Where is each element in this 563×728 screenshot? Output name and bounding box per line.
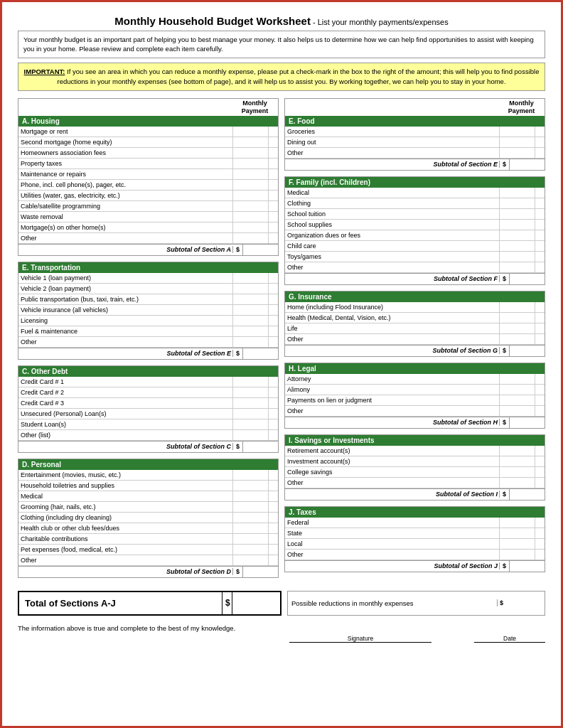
section-f: F. Family (incl. Children) Medical Cloth…: [284, 176, 545, 285]
table-row: Phone, incl. cell phone(s), pager, etc.: [18, 180, 278, 191]
table-row: Grooming (hair, nails, etc.): [18, 502, 278, 513]
section-j: J. Taxes Federal State Local Other Subto…: [284, 506, 545, 572]
table-row: Clothing (including dry cleaning): [18, 513, 278, 523]
section-a: Monthly Payment A. Housing Mortgage or r…: [18, 98, 279, 256]
section-h-header: H. Legal: [285, 363, 545, 374]
table-row: Vehicle 2 (loan payment): [18, 284, 278, 294]
section-food-rows: Groceries Dining out Other: [285, 127, 545, 159]
table-row: Dining out: [285, 137, 545, 148]
table-row: Credit Card # 1: [18, 377, 278, 387]
table-row: Charitable contributions: [18, 534, 278, 545]
section-h-rows: Attorney Alimony Payments on lien or jud…: [285, 374, 545, 417]
table-row: Unsecured (Personal) Loan(s): [18, 409, 278, 419]
subtotal-a: Subtotal of Section A $: [18, 244, 278, 255]
table-row: Medical: [18, 491, 278, 502]
table-row: Household toiletries and supplies: [18, 481, 278, 491]
table-row: Organization dues or fees: [285, 230, 545, 241]
section-j-header: J. Taxes: [285, 507, 545, 518]
subtotal-c: Subtotal of Section C $: [18, 441, 278, 452]
table-row: Other: [285, 478, 545, 488]
table-row: Pet expenses (food, medical, etc.): [18, 545, 278, 555]
page-title: Monthly Household Budget Worksheet - Lis…: [18, 15, 545, 27]
table-row: Life: [285, 323, 545, 334]
section-g-header: G. Insurance: [285, 291, 545, 302]
table-row: Other: [285, 148, 545, 159]
table-row: Cable/satellite programming: [18, 201, 278, 212]
subtotal-food: Subtotal of Section E $: [285, 159, 545, 170]
section-transport: E. Transportation Vehicle 1 (loan paymen…: [18, 262, 279, 360]
table-row: Mortgage(s) on other home(s): [18, 223, 278, 233]
table-row: Clothing: [285, 198, 545, 209]
table-row: Toys/games: [285, 252, 545, 262]
section-a-rows: Mortgage or rent Second mortgage (home e…: [18, 127, 278, 244]
important-box: IMPORTANT: If you see an area in which y…: [18, 63, 545, 92]
table-row: Vehicle insurance (all vehicles): [18, 305, 278, 316]
table-row: Child care: [285, 241, 545, 252]
section-j-rows: Federal State Local Other: [285, 518, 545, 560]
table-row: Investment account(s): [285, 456, 545, 467]
table-row: Student Loan(s): [18, 419, 278, 430]
intro-box: Your monthly budget is an important part…: [18, 31, 545, 58]
section-d-rows: Entertainment (movies, music, etc.) Hous…: [18, 470, 278, 566]
table-row: Utilities (water, gas, electricity, etc.…: [18, 191, 278, 201]
table-row: Alimony: [285, 385, 545, 395]
table-row: Credit Card # 3: [18, 398, 278, 409]
section-food-header: E. Food: [285, 116, 545, 127]
table-row: Other: [18, 555, 278, 566]
table-row: Federal: [285, 518, 545, 528]
table-row: Other: [285, 262, 545, 273]
date-line[interactable]: Date: [474, 635, 545, 643]
signature-area: The information above is true and comple…: [18, 624, 545, 643]
table-row: School tuition: [285, 209, 545, 220]
table-row: Fuel & maintenance: [18, 326, 278, 337]
section-i-rows: Retirement account(s) Investment account…: [285, 446, 545, 488]
table-row: Entertainment (movies, music, etc.): [18, 470, 278, 481]
section-i-header: I. Savings or Investments: [285, 435, 545, 446]
subtotal-j: Subtotal of Section J $: [285, 560, 545, 572]
section-c-header: C. Other Debt: [18, 366, 278, 377]
section-a-header: A. Housing: [18, 116, 278, 127]
signature-statement: The information above is true and comple…: [18, 624, 235, 632]
table-row: Other (list): [18, 430, 278, 441]
table-row: Groceries: [285, 127, 545, 137]
section-c: C. Other Debt Credit Card # 1 Credit Car…: [18, 365, 279, 453]
table-row: State: [285, 528, 545, 539]
table-row: Health club or other club fees/dues: [18, 523, 278, 534]
section-i: I. Savings or Investments Retirement acc…: [284, 434, 545, 500]
table-row: Other: [285, 334, 545, 345]
section-d-header: D. Personal: [18, 459, 278, 470]
table-row: Other: [18, 337, 278, 348]
section-food: Monthly Payment E. Food Groceries Dining…: [284, 98, 545, 171]
table-row: Local: [285, 539, 545, 550]
table-row: Mortgage or rent: [18, 127, 278, 137]
section-f-header: F. Family (incl. Children): [285, 177, 545, 188]
table-row: Other: [18, 233, 278, 244]
table-row: School supplies: [285, 220, 545, 230]
section-h: H. Legal Attorney Alimony Payments on li…: [284, 363, 545, 429]
table-row: Homeowners association fees: [18, 148, 278, 159]
table-row: Vehicle 1 (loan payment): [18, 273, 278, 284]
table-row: Retirement account(s): [285, 446, 545, 456]
table-row: Home (including Flood Insurance): [285, 302, 545, 313]
section-g: G. Insurance Home (including Flood Insur…: [284, 291, 545, 357]
table-row: Waste removal: [18, 212, 278, 223]
table-row: College savings: [285, 467, 545, 478]
table-row: Public transportation (bus, taxi, train,…: [18, 294, 278, 305]
table-row: Second mortgage (home equity): [18, 137, 278, 148]
possible-reductions-box: Possible reductions in monthly expenses …: [287, 591, 545, 616]
signature-line[interactable]: Signature: [289, 635, 431, 643]
section-g-rows: Home (including Flood Insurance) Health …: [285, 302, 545, 345]
table-row: Other: [285, 406, 545, 417]
table-row: Medical: [285, 188, 545, 198]
total-sections-box: Total of Sections A-J $: [18, 591, 282, 616]
table-row: Health (Medical, Dental, Vision, etc.): [285, 313, 545, 323]
subtotal-g: Subtotal of Section G $: [285, 345, 545, 356]
section-transport-header: E. Transportation: [18, 262, 278, 273]
table-row: Other: [285, 550, 545, 560]
table-row: Attorney: [285, 374, 545, 385]
subtotal-d: Subtotal of Section D $: [18, 566, 278, 577]
table-row: Property taxes: [18, 159, 278, 169]
section-f-rows: Medical Clothing School tuition School s…: [285, 188, 545, 273]
section-d: D. Personal Entertainment (movies, music…: [18, 459, 279, 578]
totals-area: Total of Sections A-J $ Possible reducti…: [18, 591, 545, 616]
